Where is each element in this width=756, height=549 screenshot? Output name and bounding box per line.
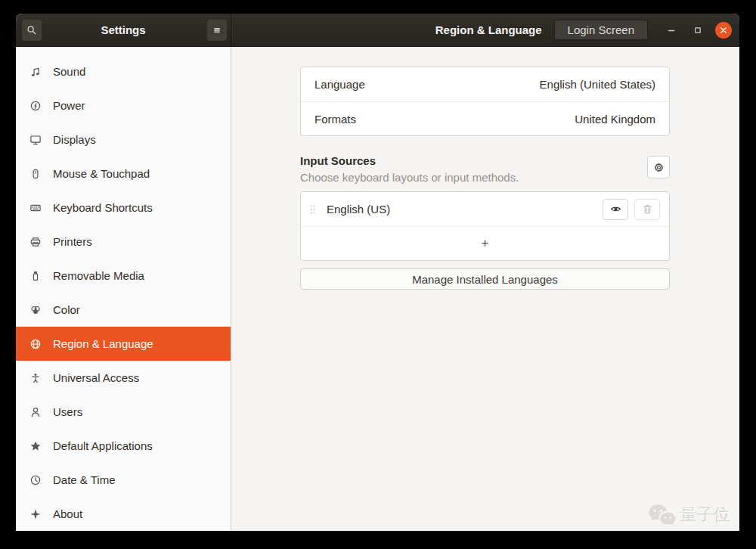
sidebar: SoundPowerDisplaysMouse & TouchpadKeyboa…	[16, 47, 231, 531]
input-sources-card: English (US) +	[300, 191, 670, 261]
sidebar-item-label: Displays	[53, 133, 96, 146]
sidebar-item-label: Sound	[53, 65, 85, 78]
input-sources-texts: Input Sources Choose keyboard layouts or…	[300, 154, 519, 184]
mouse-icon	[29, 168, 42, 180]
printer-icon	[29, 236, 42, 248]
sidebar-item-label: Printers	[53, 235, 92, 248]
sidebar-item-sound[interactable]: Sound	[16, 54, 231, 88]
settings-window: Settings Region & Language Login Screen	[16, 14, 739, 531]
about-icon	[29, 508, 42, 520]
search-button[interactable]	[22, 20, 42, 41]
sidebar-item-power[interactable]: Power	[16, 88, 231, 123]
sidebar-item-label: About	[53, 507, 82, 520]
sidebar-item-universal-access[interactable]: Universal Access	[16, 361, 231, 395]
sound-icon	[29, 66, 42, 78]
sidebar-item-date-and-time[interactable]: Date & Time	[16, 463, 231, 497]
gear-icon	[653, 162, 665, 173]
drag-handle-icon[interactable]	[309, 203, 316, 216]
sidebar-item-label: Region & Language	[53, 337, 153, 350]
preview-layout-button[interactable]	[603, 199, 628, 220]
maximize-button[interactable]	[689, 21, 707, 39]
keyboard-icon	[29, 202, 42, 214]
minimize-button[interactable]	[662, 21, 680, 39]
input-sources-options-button[interactable]	[647, 156, 670, 178]
page-title: Region & Language	[435, 23, 542, 36]
sidebar-item-label: Universal Access	[53, 371, 139, 384]
input-source-label: English (US)	[327, 203, 390, 216]
globe-icon	[29, 338, 42, 350]
sidebar-item-mouse-and-touchpad[interactable]: Mouse & Touchpad	[16, 157, 231, 191]
sidebar-item-about[interactable]: About	[16, 497, 231, 531]
users-icon	[29, 406, 42, 418]
sidebar-item-region-and-language[interactable]: Region & Language	[16, 327, 231, 361]
language-value: English (United States)	[540, 78, 655, 91]
manage-installed-languages-button[interactable]: Manage Installed Languages	[300, 268, 670, 290]
minimize-icon	[665, 24, 677, 36]
sidebar-item-users[interactable]: Users	[16, 395, 231, 429]
removable-media-icon	[29, 270, 42, 282]
login-screen-button[interactable]: Login Screen	[554, 20, 648, 40]
input-source-row[interactable]: English (US)	[301, 192, 669, 226]
sidebar-item-label: Users	[53, 405, 82, 418]
eye-icon	[610, 203, 621, 215]
sidebar-item-label: Color	[53, 303, 80, 316]
window-body: SoundPowerDisplaysMouse & TouchpadKeyboa…	[16, 47, 739, 531]
watermark: 量子位	[646, 502, 730, 527]
close-button[interactable]	[715, 22, 732, 39]
sidebar-item-label: Removable Media	[53, 269, 144, 282]
input-sources-title: Input Sources	[300, 154, 519, 167]
language-label: Language	[314, 78, 365, 91]
region-formats-card: Language English (United States) Formats…	[300, 67, 670, 136]
input-sources-header: Input Sources Choose keyboard layouts or…	[300, 154, 670, 184]
sidebar-item-keyboard-shortcuts[interactable]: Keyboard Shortcuts	[16, 191, 231, 225]
titlebar: Settings Region & Language Login Screen	[16, 14, 739, 47]
sidebar-item-color[interactable]: Color	[16, 293, 231, 327]
window-controls	[662, 21, 732, 39]
displays-icon	[29, 134, 42, 146]
wechat-icon	[646, 502, 677, 527]
menu-icon	[212, 25, 222, 36]
sidebar-item-removable-media[interactable]: Removable Media	[16, 259, 231, 293]
main-content: Language English (United States) Formats…	[231, 47, 739, 531]
trash-icon	[642, 203, 653, 215]
formats-label: Formats	[314, 113, 356, 126]
titlebar-sidebar-section: Settings	[16, 14, 231, 46]
input-sources-subtitle: Choose keyboard layouts or input methods…	[300, 171, 519, 184]
screenshot-stage: Settings Region & Language Login Screen	[0, 0, 756, 549]
remove-source-button[interactable]	[634, 199, 660, 220]
color-icon	[29, 304, 42, 316]
titlebar-main-section: Region & Language Login Screen	[231, 14, 739, 46]
universal-access-icon	[29, 372, 42, 384]
menu-button[interactable]	[207, 20, 227, 41]
add-input-source-button[interactable]: +	[301, 226, 669, 260]
search-icon	[26, 25, 37, 36]
clock-icon	[29, 474, 42, 486]
watermark-text: 量子位	[680, 504, 730, 526]
maximize-icon	[692, 24, 704, 36]
app-title: Settings	[101, 23, 145, 36]
sidebar-item-label: Mouse & Touchpad	[53, 167, 150, 180]
sidebar-item-default-applications[interactable]: Default Applications	[16, 429, 231, 463]
sidebar-item-printers[interactable]: Printers	[16, 225, 231, 259]
formats-row[interactable]: Formats United Kingdom	[301, 101, 669, 135]
star-icon	[29, 440, 42, 452]
sidebar-item-label: Power	[53, 99, 85, 112]
language-row[interactable]: Language English (United States)	[301, 67, 669, 101]
close-icon	[719, 26, 728, 35]
sidebar-item-label: Keyboard Shortcuts	[53, 201, 153, 214]
sidebar-item-displays[interactable]: Displays	[16, 123, 231, 157]
input-sources-list: English (US)	[301, 192, 669, 226]
sidebar-item-label: Date & Time	[53, 473, 116, 486]
formats-value: United Kingdom	[575, 113, 655, 126]
power-icon	[29, 100, 42, 112]
sidebar-item-label: Default Applications	[53, 439, 153, 452]
input-source-actions	[603, 199, 660, 220]
